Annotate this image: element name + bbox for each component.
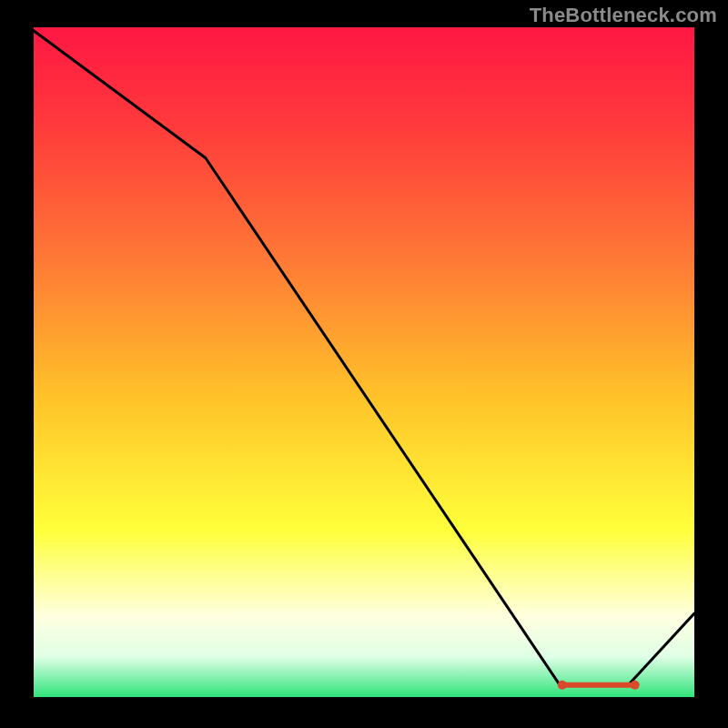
bottleneck-chart [0,0,728,728]
chart-background [34,27,694,697]
chart-container: TheBottleneck.com [0,0,728,728]
optimal-range-end-dot [558,681,567,690]
plot-area [34,27,694,697]
optimal-range-end-dot [631,681,640,690]
